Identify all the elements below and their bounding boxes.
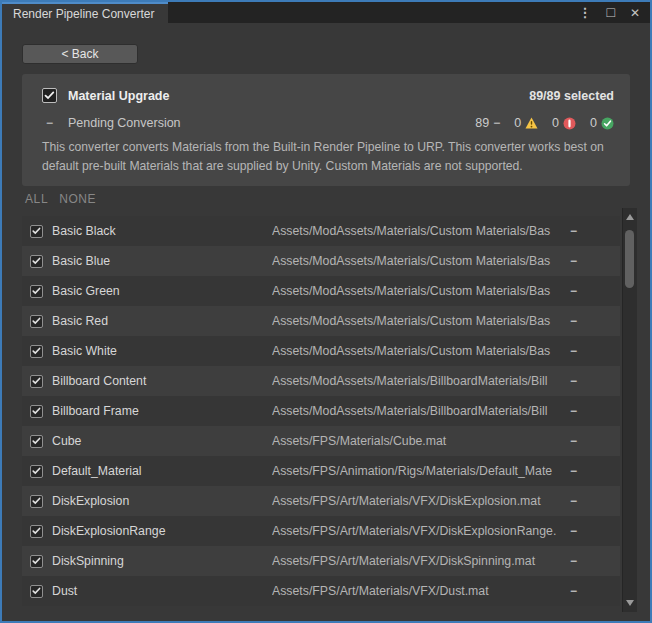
warning-count-group: 0 [514, 116, 538, 130]
back-button[interactable]: < Back [22, 44, 138, 64]
material-checkbox[interactable] [30, 585, 43, 598]
material-name: DiskExplosionRange [52, 524, 165, 538]
pending-dash-icon: − [570, 554, 577, 568]
material-upgrade-checkbox[interactable] [42, 88, 57, 103]
materials-list: Basic Black Assets/ModAssets/Materials/C… [22, 216, 620, 606]
maximize-icon[interactable]: □ [606, 5, 614, 19]
close-icon[interactable]: ✕ [630, 7, 640, 19]
scroll-up-icon[interactable] [626, 214, 634, 220]
pending-dash-icon: − [570, 254, 577, 268]
pending-state-icon: − [42, 116, 57, 130]
material-checkbox[interactable] [30, 525, 43, 538]
selection-toolbar: ALL NONE [25, 192, 96, 206]
material-checkbox[interactable] [30, 465, 43, 478]
pending-dash-icon: − [570, 494, 577, 508]
material-row[interactable]: Basic Green Assets/ModAssets/Materials/C… [22, 276, 620, 306]
converter-description: This converter converts Materials from t… [42, 138, 620, 176]
material-checkbox[interactable] [30, 555, 43, 568]
material-path: Assets/ModAssets/Materials/BillboardMate… [272, 404, 564, 418]
material-checkbox[interactable] [30, 405, 43, 418]
material-row[interactable]: Basic White Assets/ModAssets/Materials/C… [22, 336, 620, 366]
pending-dash-icon: − [570, 344, 577, 358]
scrollbar-thumb[interactable] [625, 230, 634, 288]
material-path: Assets/FPS/Art/Materials/VFX/DiskSpinnin… [272, 554, 564, 568]
check-icon [32, 317, 41, 325]
material-path: Assets/FPS/Art/Materials/VFX/Dust.mat [272, 584, 564, 598]
material-checkbox[interactable] [30, 225, 43, 238]
converter-panel: Material Upgrade 89/89 selected − Pendin… [22, 74, 630, 186]
check-icon [32, 407, 41, 415]
material-checkbox[interactable] [30, 435, 43, 448]
pending-dash-icon: − [570, 404, 577, 418]
material-name: DiskSpinning [52, 554, 124, 568]
material-path: Assets/ModAssets/Materials/Custom Materi… [272, 254, 564, 268]
material-path: Assets/FPS/Art/Materials/VFX/DiskExplosi… [272, 524, 564, 538]
material-checkbox[interactable] [30, 285, 43, 298]
success-count: 0 [590, 116, 597, 130]
material-row[interactable]: Basic Blue Assets/ModAssets/Materials/Cu… [22, 246, 620, 276]
pending-dash-icon: − [570, 224, 577, 238]
material-checkbox[interactable] [30, 495, 43, 508]
material-row[interactable]: Billboard Frame Assets/ModAssets/Materia… [22, 396, 620, 426]
pending-dash-icon: − [570, 314, 577, 328]
tab-render-pipeline-converter[interactable]: Render Pipeline Converter [2, 2, 168, 23]
material-row[interactable]: Default_Material Assets/FPS/Animation/Ri… [22, 456, 620, 486]
success-icon [601, 117, 614, 130]
material-name: Basic Black [52, 224, 116, 238]
material-row[interactable]: DiskSpinning Assets/FPS/Art/Materials/VF… [22, 546, 620, 576]
pending-conversion-label: Pending Conversion [68, 116, 181, 130]
warning-icon [525, 117, 538, 129]
check-icon [32, 497, 41, 505]
pending-total-count: 89 [475, 116, 489, 130]
material-name: Dust [52, 584, 77, 598]
material-path: Assets/ModAssets/Materials/BillboardMate… [272, 374, 564, 388]
pending-dash-icon: − [570, 284, 577, 298]
scroll-down-icon[interactable] [626, 600, 634, 606]
material-path: Assets/FPS/Materials/Cube.mat [272, 434, 564, 448]
material-row[interactable]: Cube Assets/FPS/Materials/Cube.mat − [22, 426, 620, 456]
converter-header-row: Material Upgrade 89/89 selected [42, 88, 614, 103]
material-checkbox[interactable] [30, 375, 43, 388]
check-icon [32, 587, 41, 595]
material-checkbox[interactable] [30, 315, 43, 328]
material-name: Cube [52, 434, 81, 448]
pending-dash-icon: − [570, 464, 577, 478]
window-controls: ⋮ □ ✕ [578, 2, 640, 23]
material-row[interactable]: Basic Red Assets/ModAssets/Materials/Cus… [22, 306, 620, 336]
pending-counts: 89 − 0 0 [475, 116, 614, 130]
check-icon [32, 347, 41, 355]
material-name: Basic Blue [52, 254, 110, 268]
pending-dash-icon: − [570, 434, 577, 448]
material-name: DiskExplosion [52, 494, 129, 508]
check-icon [32, 227, 41, 235]
material-checkbox[interactable] [30, 345, 43, 358]
material-name: Default_Material [52, 464, 142, 478]
select-none-button[interactable]: NONE [59, 192, 96, 206]
check-icon [32, 437, 41, 445]
material-row[interactable]: Billboard Content Assets/ModAssets/Mater… [22, 366, 620, 396]
vertical-scrollbar[interactable] [622, 208, 637, 612]
check-icon [32, 527, 41, 535]
material-row[interactable]: Dust Assets/FPS/Art/Materials/VFX/Dust.m… [22, 576, 620, 606]
warning-count: 0 [514, 116, 521, 130]
material-path: Assets/FPS/Art/Materials/VFX/DiskExplosi… [272, 494, 564, 508]
material-name: Basic Green [52, 284, 120, 298]
material-row[interactable]: Basic Black Assets/ModAssets/Materials/C… [22, 216, 620, 246]
error-count: 0 [552, 116, 559, 130]
pending-conversion-row[interactable]: − Pending Conversion 89 − 0 0 [42, 116, 614, 130]
material-name: Billboard Frame [52, 404, 139, 418]
material-row[interactable]: DiskExplosion Assets/FPS/Art/Materials/V… [22, 486, 620, 516]
converter-title: Material Upgrade [68, 89, 169, 103]
select-all-button[interactable]: ALL [25, 192, 48, 206]
material-row[interactable]: DiskExplosionRange Assets/FPS/Art/Materi… [22, 516, 620, 546]
material-checkbox[interactable] [30, 255, 43, 268]
check-icon [44, 91, 55, 100]
pending-dash-icon: − [570, 524, 577, 538]
window-title: Render Pipeline Converter [13, 7, 154, 21]
menu-icon[interactable]: ⋮ [578, 6, 591, 19]
material-name: Basic Red [52, 314, 108, 328]
material-path: Assets/ModAssets/Materials/Custom Materi… [272, 224, 564, 238]
pending-dash-icon: − [570, 584, 577, 598]
material-path: Assets/FPS/Animation/Rigs/Materials/Defa… [272, 464, 564, 478]
success-count-group: 0 [590, 116, 614, 130]
